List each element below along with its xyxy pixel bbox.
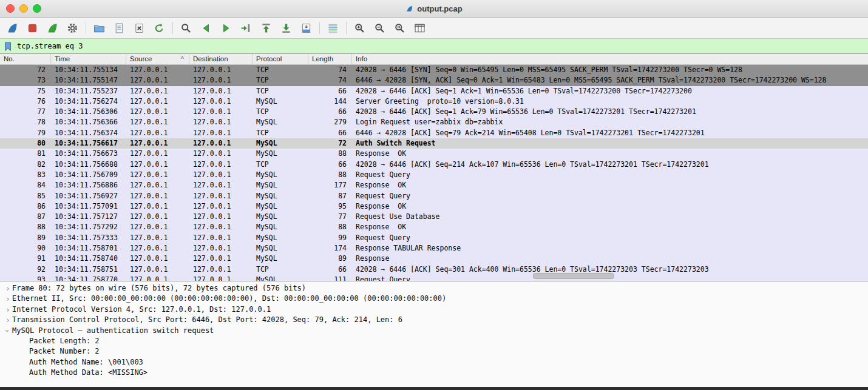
cell-source: 127.0.0.1	[126, 107, 189, 117]
find-packet-button[interactable]	[176, 19, 196, 36]
cell-length: 66	[308, 160, 352, 170]
wireshark-fin-icon	[405, 5, 413, 13]
cell-protocol: MySQL	[253, 222, 308, 232]
packet-row[interactable]: 86 10:34:11.757091 127.0.0.1 127.0.0.1 M…	[0, 201, 868, 212]
packet-row[interactable]: 77 10:34:11.756306 127.0.0.1 127.0.0.1 T…	[0, 107, 868, 117]
cell-length: 177	[308, 180, 352, 190]
next-packet-button[interactable]	[216, 19, 236, 36]
cell-length: 95	[308, 201, 352, 212]
packet-row[interactable]: 76 10:34:11.756274 127.0.0.1 127.0.0.1 M…	[0, 96, 868, 107]
column-header-source[interactable]: Source^	[126, 54, 189, 64]
packet-row[interactable]: 81 10:34:11.756673 127.0.0.1 127.0.0.1 M…	[0, 149, 868, 159]
display-filter-bar	[0, 39, 868, 54]
cell-no: 86	[0, 201, 51, 212]
detail-text: Ethernet II, Src: 00:00:00_00:00:00 (00:…	[12, 294, 446, 304]
cell-no: 87	[0, 212, 51, 222]
packet-row[interactable]: 90 10:34:11.758701 127.0.0.1 127.0.0.1 M…	[0, 243, 868, 254]
save-file-button[interactable]	[109, 19, 129, 36]
packet-row[interactable]: 88 10:34:11.757292 127.0.0.1 127.0.0.1 M…	[0, 222, 868, 232]
cell-no: 80	[0, 138, 51, 149]
zoom-in-button[interactable]	[350, 19, 370, 36]
column-header-no[interactable]: No.	[0, 54, 51, 64]
packet-row[interactable]: 72 10:34:11.755134 127.0.0.1 127.0.0.1 T…	[0, 65, 868, 75]
traffic-lights	[6, 4, 41, 13]
packet-row[interactable]: 83 10:34:11.756709 127.0.0.1 127.0.0.1 M…	[0, 170, 868, 180]
column-header-info[interactable]: Info	[352, 54, 868, 64]
packet-row[interactable]: 89 10:34:11.757333 127.0.0.1 127.0.0.1 M…	[0, 233, 868, 243]
packet-row[interactable]: 84 10:34:11.756886 127.0.0.1 127.0.0.1 M…	[0, 180, 868, 190]
packet-row[interactable]: 91 10:34:11.758740 127.0.0.1 127.0.0.1 M…	[0, 254, 868, 264]
cell-destination: 127.0.0.1	[189, 233, 253, 243]
detail-line[interactable]: Packet Number: 2	[0, 346, 868, 357]
cell-no: 90	[0, 243, 51, 254]
detail-line[interactable]: Packet Length: 2	[0, 336, 868, 346]
cell-no: 78	[0, 117, 51, 127]
zoom-reset-button[interactable]	[390, 19, 410, 36]
first-packet-button[interactable]	[256, 19, 276, 36]
cell-no: 85	[0, 191, 51, 201]
detail-line[interactable]: Ethernet II, Src: 00:00:00_00:00:00 (00:…	[0, 294, 868, 304]
packet-row[interactable]: 78 10:34:11.756366 127.0.0.1 127.0.0.1 M…	[0, 117, 868, 127]
bookmark-icon[interactable]	[4, 41, 12, 52]
cell-time: 10:34:11.757091	[51, 201, 126, 212]
horizontal-scrollbar-thumb[interactable]	[533, 273, 614, 279]
reload-file-button[interactable]	[149, 19, 169, 36]
cell-protocol: TCP	[253, 160, 308, 170]
disclosure-triangle-icon[interactable]	[4, 315, 12, 325]
colorize-packets-button[interactable]	[323, 19, 343, 36]
packet-row[interactable]: 79 10:34:11.756374 127.0.0.1 127.0.0.1 T…	[0, 128, 868, 138]
open-file-button[interactable]	[89, 19, 109, 36]
zoom-out-button[interactable]	[370, 19, 390, 36]
column-header-destination[interactable]: Destination	[189, 54, 253, 64]
go-to-packet-button[interactable]	[236, 19, 256, 36]
arrow-left-icon	[200, 22, 212, 35]
packet-row[interactable]: 73 10:34:11.755147 127.0.0.1 127.0.0.1 T…	[0, 75, 868, 86]
cell-no: 75	[0, 86, 51, 96]
disclosure-triangle-icon[interactable]	[4, 294, 12, 304]
window-bottom-edge	[0, 387, 868, 390]
column-header-protocol[interactable]: Protocol	[253, 54, 308, 64]
packet-row[interactable]: 82 10:34:11.756688 127.0.0.1 127.0.0.1 T…	[0, 160, 868, 170]
column-header-length[interactable]: Length	[308, 54, 352, 64]
last-packet-button[interactable]	[276, 19, 296, 36]
detail-line[interactable]: MySQL Protocol — authentication switch r…	[0, 326, 868, 336]
detail-line[interactable]: Auth Method Data: <MISSING>	[0, 368, 868, 378]
cell-source: 127.0.0.1	[126, 65, 189, 75]
packet-row[interactable]: 85 10:34:11.756927 127.0.0.1 127.0.0.1 M…	[0, 191, 868, 201]
detail-line[interactable]: Auth Method Name: \001\003	[0, 357, 868, 368]
detail-line[interactable]: Transmission Control Protocol, Src Port:…	[0, 315, 868, 325]
cell-time: 10:34:11.756274	[51, 96, 126, 107]
cell-info: Response OK	[352, 201, 868, 212]
cell-destination: 127.0.0.1	[189, 275, 253, 281]
packet-row[interactable]: 93 10:34:11.758770 127.0.0.1 127.0.0.1 M…	[0, 275, 868, 281]
cell-no: 83	[0, 170, 51, 180]
zoom-in-icon	[353, 22, 366, 35]
zoom-button[interactable]	[33, 4, 41, 13]
display-filter-input[interactable]	[17, 42, 868, 50]
packet-row[interactable]: 92 10:34:11.758751 127.0.0.1 127.0.0.1 T…	[0, 264, 868, 275]
disclosure-triangle-icon[interactable]	[4, 304, 12, 315]
cell-time: 10:34:11.757333	[51, 233, 126, 243]
packet-row[interactable]: 80 10:34:11.756617 127.0.0.1 127.0.0.1 M…	[0, 138, 868, 149]
close-button[interactable]	[6, 4, 15, 13]
start-capture-button[interactable]	[2, 19, 22, 36]
cell-info: Response OK	[352, 222, 868, 232]
minimize-button[interactable]	[19, 4, 28, 13]
restart-capture-button[interactable]	[42, 19, 63, 36]
auto-scroll-button[interactable]	[296, 19, 316, 36]
detail-line[interactable]: Internet Protocol Version 4, Src: 127.0.…	[0, 304, 868, 315]
stop-capture-button[interactable]	[22, 19, 42, 36]
packet-row[interactable]: 75 10:34:11.755237 127.0.0.1 127.0.0.1 T…	[0, 86, 868, 96]
packet-row[interactable]: 87 10:34:11.757127 127.0.0.1 127.0.0.1 M…	[0, 212, 868, 222]
cell-destination: 127.0.0.1	[189, 254, 253, 264]
capture-options-button[interactable]	[63, 19, 83, 36]
close-file-button[interactable]	[129, 19, 149, 36]
detail-line[interactable]: Frame 80: 72 bytes on wire (576 bits), 7…	[0, 283, 868, 294]
column-header-time[interactable]: Time	[51, 54, 126, 64]
cell-destination: 127.0.0.1	[189, 264, 253, 275]
disclosure-triangle-icon[interactable]	[4, 283, 12, 294]
disclosure-triangle-icon[interactable]	[4, 326, 12, 336]
resize-columns-button[interactable]	[410, 19, 430, 36]
cell-protocol: TCP	[253, 264, 308, 275]
previous-packet-button[interactable]	[196, 19, 216, 36]
